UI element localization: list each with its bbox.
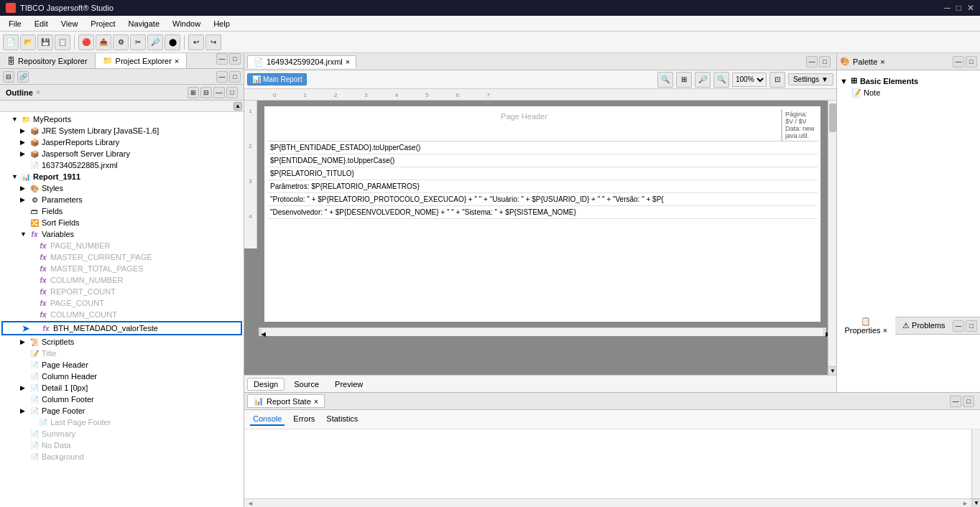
tree-item-pagefooter[interactable]: ▶ 📄 Page Footer: [0, 405, 244, 417]
tree-collapse-all[interactable]: ⊟: [3, 71, 14, 83]
menu-view[interactable]: View: [55, 18, 84, 29]
menu-help[interactable]: Help: [208, 18, 236, 29]
tree-item-nodata[interactable]: 📄 No Data: [0, 439, 244, 451]
toolbar-btn-4[interactable]: 📋: [55, 34, 70, 50]
explorer-maximize-btn[interactable]: □: [229, 53, 241, 65]
tree-minimize[interactable]: —: [216, 71, 228, 83]
zoom-out-btn[interactable]: 🔎: [695, 72, 711, 88]
tree-item-fields[interactable]: 🗃 Fields: [0, 205, 244, 217]
console-scroll-down[interactable]: ▼: [972, 498, 980, 507]
toolbar-btn-5[interactable]: 🔴: [78, 34, 94, 50]
canvas-h-scrollbar[interactable]: ◄ ►: [259, 327, 826, 336]
props-maximize[interactable]: □: [966, 320, 977, 332]
tree-item-lastpagefooter[interactable]: 📄 Last Page Footer: [0, 417, 244, 428]
props-minimize[interactable]: —: [953, 320, 964, 332]
tree-item-styles[interactable]: ▶ 🎨 Styles: [0, 182, 244, 194]
window-controls[interactable]: ─ □ ✕: [944, 3, 974, 13]
menu-file[interactable]: File: [3, 18, 27, 29]
tree-item-master-current[interactable]: fx MASTER_CURRENT_PAGE: [0, 251, 244, 263]
main-report-btn[interactable]: 📊 Main Report: [247, 73, 307, 85]
outline-close-icon[interactable]: ×: [36, 88, 40, 96]
props-tab-close[interactable]: ×: [883, 326, 887, 335]
menu-navigate[interactable]: Navigate: [123, 18, 165, 29]
preview-tab[interactable]: Preview: [328, 378, 369, 391]
new-btn[interactable]: 📄: [3, 34, 19, 50]
project-tab-close[interactable]: ×: [175, 57, 179, 65]
view-mode-btn[interactable]: ⊞: [676, 72, 692, 88]
tree-item-master-total[interactable]: fx MASTER_TOTAL_PAGES: [0, 263, 244, 274]
scroll-down-btn[interactable]: ▼: [828, 366, 836, 375]
editor-minimize-btn[interactable]: —: [806, 56, 818, 68]
toolbar-btn-10[interactable]: ⬤: [165, 34, 180, 50]
report-state-close[interactable]: ×: [314, 397, 318, 406]
menu-project[interactable]: Project: [85, 18, 121, 29]
outline-maximize[interactable]: □: [226, 87, 238, 98]
bottom-minimize[interactable]: —: [950, 396, 961, 407]
repository-explorer-tab[interactable]: 🗄 Repository Explorer: [0, 53, 96, 68]
basic-elements-section[interactable]: ▼ ⊞ Basic Elements: [840, 76, 977, 85]
toolbar-btn-6[interactable]: 📤: [96, 34, 111, 50]
statistics-tab[interactable]: Statistics: [323, 413, 361, 426]
tree-scroll-up[interactable]: ▲: [234, 102, 242, 111]
zoom-in-btn[interactable]: 🔍: [713, 72, 729, 88]
console-tab[interactable]: Console: [250, 413, 285, 426]
outline-ctrl-2[interactable]: ⊟: [200, 87, 212, 98]
fit-page-btn[interactable]: ⊡: [769, 72, 785, 88]
tree-item-scriptlets[interactable]: ▶ 📜 Scriptlets: [0, 336, 244, 348]
h-scroll-right[interactable]: ►: [823, 329, 826, 336]
toolbar-btn-7[interactable]: ⚙: [113, 34, 129, 50]
outline-minimize[interactable]: —: [213, 87, 225, 98]
tree-item-jre[interactable]: ▶ 📦 JRE System Library [JavaSE-1.6]: [0, 125, 244, 136]
menu-edit[interactable]: Edit: [29, 18, 54, 29]
editor-tab-close[interactable]: ×: [346, 57, 350, 66]
tree-item-jaspersoft[interactable]: ▶ 📦 Jaspersoft Server Library: [0, 148, 244, 159]
project-explorer-tab[interactable]: 📁 Project Explorer ×: [96, 53, 188, 68]
open-btn[interactable]: 📂: [20, 34, 36, 50]
tree-item-report1911[interactable]: ▼ 📊 Report_1911: [0, 171, 244, 182]
tree-item-pageheader[interactable]: 📄 Page Header: [0, 359, 244, 371]
source-tab[interactable]: Source: [287, 378, 325, 391]
vertical-scrollbar[interactable]: ▼: [828, 101, 836, 375]
tree-item-column-count[interactable]: fx COLUMN_COUNT: [0, 309, 244, 320]
scroll-thumb[interactable]: [829, 103, 836, 132]
zoom-icon-btn[interactable]: 🔍: [657, 72, 673, 88]
bottom-maximize[interactable]: □: [963, 396, 974, 407]
toolbar-btn-8[interactable]: ✂: [130, 34, 146, 50]
tree-item-detail1[interactable]: ▶ 📄 Detail 1 [0px]: [0, 382, 244, 394]
save-btn[interactable]: 💾: [37, 34, 53, 50]
tree-item-sortfields[interactable]: 🔀 Sort Fields: [0, 217, 244, 228]
tree-item-page-count[interactable]: fx PAGE_COUNT: [0, 297, 244, 309]
tree-item-myreports[interactable]: ▼ 📁 MyReports: [0, 113, 244, 125]
h-scroll-left[interactable]: ◄: [259, 329, 262, 336]
tree-item-columnfooter[interactable]: 📄 Column Footer: [0, 394, 244, 405]
tree-item-background[interactable]: 📄 Background: [0, 451, 244, 462]
close-btn[interactable]: ✕: [967, 3, 974, 13]
palette-minimize[interactable]: —: [953, 56, 964, 68]
report-state-tab[interactable]: 📊 Report State ×: [247, 394, 325, 408]
design-tab[interactable]: Design: [247, 378, 285, 391]
props-tab-problems[interactable]: ⚠ Problems: [895, 320, 953, 332]
tree-item-bth-metadado[interactable]: fx BTH_METADADO_valorTeste: [1, 321, 242, 335]
redo-btn[interactable]: ↪: [205, 34, 221, 50]
editor-maximize-btn[interactable]: □: [819, 56, 831, 68]
tree-item-column-number[interactable]: fx COLUMN_NUMBER: [0, 274, 244, 286]
tree-item-page-number[interactable]: fx PAGE_NUMBER: [0, 240, 244, 251]
tree-item-report-count[interactable]: fx REPORT_COUNT: [0, 286, 244, 297]
outline-ctrl-1[interactable]: ⊞: [188, 87, 199, 98]
tree-item-variables[interactable]: ▼ fx Variables: [0, 228, 244, 240]
tree-item-columnheader[interactable]: 📄 Column Header: [0, 371, 244, 382]
canvas-wrapper[interactable]: ▼ 1 2 3 4: [244, 101, 836, 375]
tree-item-file[interactable]: 📄 1637340522885.jrxml: [0, 159, 244, 171]
tree-link-editor[interactable]: 🔗: [17, 71, 29, 83]
tree-maximize[interactable]: □: [229, 71, 241, 83]
explorer-minimize-btn[interactable]: —: [216, 53, 228, 65]
console-scrollbar[interactable]: ▼: [971, 429, 980, 507]
zoom-select[interactable]: 100% 75% 150%: [732, 73, 767, 87]
tree-item-summary[interactable]: 📄 Summary: [0, 428, 244, 439]
undo-btn[interactable]: ↩: [188, 34, 204, 50]
palette-maximize[interactable]: □: [966, 56, 977, 68]
props-tab-properties[interactable]: 📋 Properties ×: [837, 315, 895, 337]
errors-tab[interactable]: Errors: [290, 413, 318, 426]
console-h-scroll[interactable]: ◄ ►: [244, 498, 971, 507]
minimize-btn[interactable]: ─: [944, 3, 951, 13]
